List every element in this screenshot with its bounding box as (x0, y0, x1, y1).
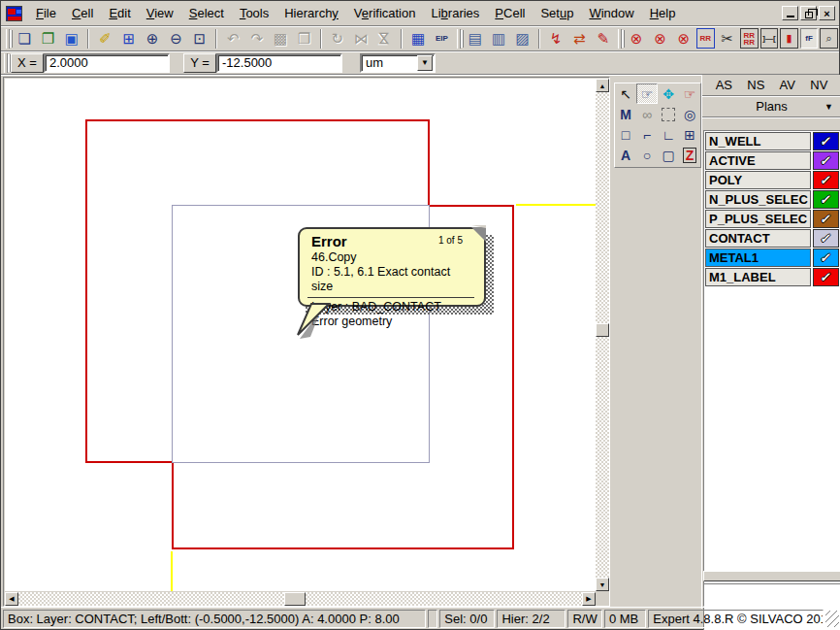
menu-pcell[interactable]: PCell (487, 3, 533, 23)
text-tool[interactable]: A (615, 145, 636, 165)
mode-ns[interactable]: NS (747, 78, 764, 92)
layer-name[interactable]: ACTIVE (705, 151, 811, 170)
layer-visibility-swatch[interactable]: ✓ (813, 151, 839, 170)
yellow-ruler-horizontal[interactable] (516, 204, 596, 206)
toolbar-drag-handle[interactable] (457, 29, 461, 49)
drc-run-export-button[interactable]: ⊗ (648, 28, 671, 50)
layout-canvas[interactable]: Error 1 of 5 46.Copy ID : 5.1, 6.1 Exact… (5, 79, 596, 591)
layer-row-p_plus_selec[interactable]: P_PLUS_SELEC✓ (705, 210, 839, 228)
donut-tool[interactable]: ◎ (679, 104, 700, 124)
toolbar-drag-handle[interactable] (4, 53, 8, 73)
flylines-button[interactable]: fF (800, 28, 819, 49)
resize-grip[interactable] (825, 611, 839, 627)
menu-cell[interactable]: Cell (64, 3, 101, 23)
flip-vertical-button[interactable]: ⋈ (372, 28, 396, 50)
layer-name[interactable]: M1_LABEL (705, 268, 811, 286)
layer-visibility-swatch[interactable]: ✓ (813, 268, 839, 286)
net-trace-button[interactable]: ⇄ (567, 28, 591, 50)
menu-help[interactable]: Help (642, 3, 684, 23)
error-window-button[interactable]: RR (696, 28, 715, 49)
measure-pencil-button[interactable]: ✎ (592, 28, 615, 50)
layer-row-n_plus_selec[interactable]: N_PLUS_SELEC✓ (705, 190, 839, 209)
select-net-hand-tool[interactable]: ☞ (679, 83, 700, 104)
mode-as[interactable]: AS (716, 78, 732, 92)
horizontal-scrollbar[interactable]: ◀ ▶ (5, 592, 596, 606)
polygon-tool[interactable]: ∟ (658, 124, 679, 145)
zoom-out-button[interactable]: ⊖ (164, 28, 187, 50)
unit-dropdown[interactable]: um ▼ (360, 53, 436, 73)
layer-name[interactable]: POLY (705, 171, 811, 189)
edit-in-place-button[interactable]: EIP (430, 28, 453, 50)
toolbar-drag-handle[interactable] (6, 29, 10, 49)
expand-report-button[interactable]: ▤ (464, 28, 487, 50)
drc-stop-button[interactable]: ⊗ (625, 28, 648, 50)
pick-hand-tool[interactable]: ☞ (636, 83, 658, 104)
rotate-button[interactable]: ↻ (326, 28, 349, 50)
layer-row-m1_label[interactable]: M1_LABEL✓ (705, 268, 839, 286)
menu-edit[interactable]: Edit (101, 3, 138, 23)
move-points-tool[interactable]: ✥ (658, 83, 679, 104)
net-probe-button[interactable]: ↯ (544, 28, 567, 50)
scroll-left-icon[interactable]: ◀ (5, 592, 18, 606)
x-coord-input[interactable] (44, 53, 170, 73)
restore-button[interactable] (800, 6, 817, 20)
ruler-band-button[interactable]: ▮ (780, 28, 798, 49)
layer-filter-box[interactable] (703, 583, 840, 607)
circle-tool[interactable]: ○ (636, 145, 658, 165)
scroll-up-icon[interactable]: ▲ (596, 79, 609, 92)
layer-row-active[interactable]: ACTIVE✓ (705, 151, 839, 170)
plans-dropdown[interactable]: Plans ▼ (702, 96, 840, 117)
print-preview-button[interactable]: ▥ (487, 28, 510, 50)
layer-row-n_well[interactable]: N_WELL✓ (705, 132, 839, 150)
layer-visibility-swatch[interactable]: ✓ (813, 171, 839, 189)
y-coord-input[interactable] (216, 53, 342, 73)
save-button[interactable]: ▣ (60, 28, 83, 50)
layer-visibility-swatch[interactable]: ✓ (813, 210, 839, 228)
close-button[interactable]: × (819, 6, 835, 20)
vertical-scroll-thumb[interactable] (596, 323, 609, 337)
menu-hierarchy[interactable]: Hierarchy (276, 3, 346, 23)
layer-name[interactable]: P_PLUS_SELEC (705, 210, 811, 228)
cut-errors-button[interactable]: ✂ (716, 28, 739, 50)
link-chain-tool[interactable]: ∞ (636, 104, 658, 124)
layer-visibility-swatch[interactable]: ✓ (813, 229, 839, 248)
scroll-down-icon[interactable]: ▼ (596, 578, 609, 591)
measure-gap-button[interactable]: ]―[ (760, 28, 779, 49)
layer-visibility-swatch[interactable]: ✓ (813, 132, 839, 150)
grid-button[interactable]: ▦ (406, 28, 430, 50)
minimize-button[interactable] (782, 6, 798, 20)
open-cell-button[interactable]: ❐ (36, 28, 59, 50)
panel-splitter[interactable] (703, 571, 840, 581)
toolbar-drag-handle[interactable] (618, 29, 622, 49)
menu-verification[interactable]: Verification (346, 3, 424, 23)
flip-horizontal-button[interactable]: ⋈ (349, 28, 372, 50)
measure-tool[interactable]: M (615, 104, 636, 124)
layer-name[interactable]: CONTACT (705, 229, 811, 248)
menu-view[interactable]: View (139, 3, 181, 23)
layer-name[interactable]: N_PLUS_SELEC (705, 190, 811, 209)
region-select-tool[interactable] (658, 104, 679, 124)
layer-row-metal1[interactable]: METAL1✓ (705, 249, 839, 267)
find-error-zoom-button[interactable]: ⌕ (820, 28, 838, 49)
chevron-down-icon[interactable]: ▼ (417, 55, 433, 71)
fill-pattern-button[interactable]: ▩ (269, 28, 292, 50)
blob-tool[interactable]: ▢ (658, 145, 679, 165)
yellow-ruler-vertical[interactable] (171, 551, 173, 591)
error-browser-button[interactable]: RR RR (740, 28, 759, 49)
layer-visibility-swatch[interactable]: ✓ (813, 249, 839, 267)
layer-row-contact[interactable]: CONTACT✓ (705, 229, 839, 248)
vertical-scrollbar[interactable]: ▲ ▼ (596, 79, 609, 591)
layer-name[interactable]: METAL1 (705, 249, 811, 267)
horizontal-scroll-thumb[interactable] (284, 592, 306, 606)
drc-run-import-button[interactable]: ⊗ (672, 28, 695, 50)
copy-view-button[interactable]: ❐ (292, 28, 315, 50)
layer-name[interactable]: N_WELL (705, 132, 811, 150)
zoom-region-button[interactable]: ⊡ (188, 28, 211, 50)
menu-setup[interactable]: Setup (533, 3, 581, 23)
zigzag-ruler-tool[interactable]: Z (679, 145, 700, 165)
redraw-pencil-button[interactable]: ✐ (93, 28, 116, 50)
redo-button[interactable]: ↷ (244, 28, 268, 50)
layer-visibility-swatch[interactable]: ✓ (813, 190, 839, 209)
polyline-tool[interactable]: ⌐ (636, 124, 658, 145)
layer-row-poly[interactable]: POLY✓ (705, 171, 839, 189)
